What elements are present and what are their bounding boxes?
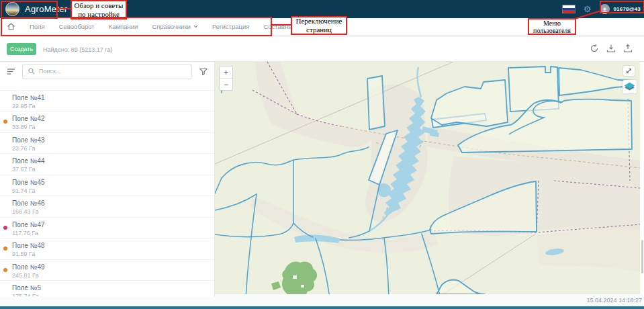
status-dot (3, 226, 7, 230)
filter-funnel-icon[interactable] (198, 67, 208, 77)
layers-button[interactable] (623, 80, 637, 93)
user-menu[interactable]: 01678@43 (600, 4, 641, 14)
field-name: Поле №48 (12, 241, 214, 250)
field-list-item[interactable]: Поле №41 22.95 Га (0, 91, 214, 112)
field-name: Поле №46 (12, 199, 214, 208)
home-icon[interactable] (7, 22, 15, 31)
field-name: Поле №42 (12, 114, 214, 123)
field-list: 19.34 Га Поле №41 22.95 Га Поле №42 33.8… (0, 81, 214, 296)
map-graphics (215, 62, 640, 294)
field-list-item[interactable]: Поле №46 168.43 Га (0, 196, 214, 218)
nav-tab-3[interactable]: Кампании (109, 23, 138, 30)
annotation-label-logo: Обзор и советы по настройке (71, 0, 127, 19)
search-row: Поиск... (0, 62, 214, 81)
field-area: 33.89 Га (12, 123, 214, 131)
create-button[interactable]: Создать (7, 43, 36, 55)
field-list-item[interactable]: 19.34 Га (0, 81, 214, 91)
field-area: 37.67 Га (12, 165, 214, 173)
map-zoom-control: + − (219, 66, 233, 91)
field-list-item[interactable]: Поле №42 33.89 Га (0, 112, 214, 133)
field-area: 91.74 Га (12, 187, 214, 195)
agrometer-logo-icon (5, 2, 19, 16)
field-area: 245.81 Га (12, 271, 214, 279)
annotation-label-user: Меню пользователя (528, 18, 576, 35)
field-name: Поле №43 (12, 136, 214, 144)
field-name: Поле №49 (12, 263, 214, 271)
username-label: 01678@43 (613, 6, 641, 12)
fields-sidebar: Поиск... 19.34 Га Поле №41 22.95 Га Поле… (0, 62, 215, 296)
zoom-out-button[interactable]: − (220, 79, 232, 90)
field-list-item[interactable]: Поле №49 245.81 Га (0, 260, 214, 281)
zoom-in-button[interactable]: + (220, 67, 232, 79)
field-name: Поле №45 (12, 178, 214, 187)
upload-icon[interactable] (623, 44, 633, 53)
field-list-item[interactable]: Поле №5 175.74 Га (0, 281, 214, 296)
sort-icon[interactable] (6, 67, 16, 77)
field-area: 23.76 Га (12, 144, 214, 152)
field-area: 175.74 Га (12, 292, 214, 296)
field-area: 22.95 Га (12, 102, 214, 110)
field-name: Поле №5 (12, 283, 214, 292)
nav-tab-2[interactable]: Севооборот (59, 23, 95, 30)
layers-diamond-icon (624, 82, 635, 91)
scrollbar-thumb[interactable] (641, 240, 643, 273)
map-canvas[interactable]: + − (215, 62, 640, 294)
annotation-connector-nav (271, 24, 291, 26)
search-icon (28, 68, 35, 75)
field-list-item[interactable]: Поле №43 23.76 Га (0, 133, 214, 154)
map-scroll-strip (640, 62, 644, 294)
chevron-down-icon (193, 25, 198, 28)
annotation-connector-user (573, 10, 603, 19)
annotation-connector-logo (56, 8, 71, 9)
field-list-item[interactable]: Поле №48 91.59 Га (0, 238, 214, 260)
field-name: Поле №41 (12, 93, 214, 102)
refresh-icon[interactable] (590, 44, 599, 53)
fullscreen-button[interactable] (623, 66, 635, 76)
field-list-item[interactable]: Поле №44 37.67 Га (0, 154, 214, 175)
status-dot (3, 120, 7, 124)
field-area: 91.59 Га (12, 250, 214, 258)
download-icon[interactable] (606, 44, 616, 53)
field-name: Поле №44 (12, 157, 214, 165)
annotation-label-nav: Переключение страниц (291, 16, 347, 35)
search-input[interactable]: Поиск... (22, 64, 192, 79)
search-placeholder: Поиск... (39, 68, 60, 75)
status-dot (3, 247, 7, 251)
nav-tab-4[interactable]: Справочники (152, 23, 198, 30)
map-timestamp: 15.04.2024 14:18:27 (586, 297, 642, 304)
footer-bar (0, 306, 644, 309)
fields-toolbar: Создать Найдено: 89 (5213.17 га) (0, 37, 644, 62)
field-list-item[interactable]: Поле №45 91.74 Га (0, 175, 214, 197)
status-dot (3, 268, 7, 272)
found-count-label: Найдено: 89 (5213.17 га) (43, 46, 112, 53)
nav-tab-1[interactable]: Поля (30, 23, 45, 30)
field-area: 117.76 Га (12, 229, 214, 237)
nav-tab-5[interactable]: Регистрация (212, 23, 250, 30)
agrometer-app: AgroMeter ⚙ 01678@43 (0, 0, 644, 309)
field-area: 168.43 Га (12, 208, 214, 216)
field-name: Поле №47 (12, 220, 214, 229)
field-list-item[interactable]: Поле №47 117.76 Га (0, 218, 214, 239)
